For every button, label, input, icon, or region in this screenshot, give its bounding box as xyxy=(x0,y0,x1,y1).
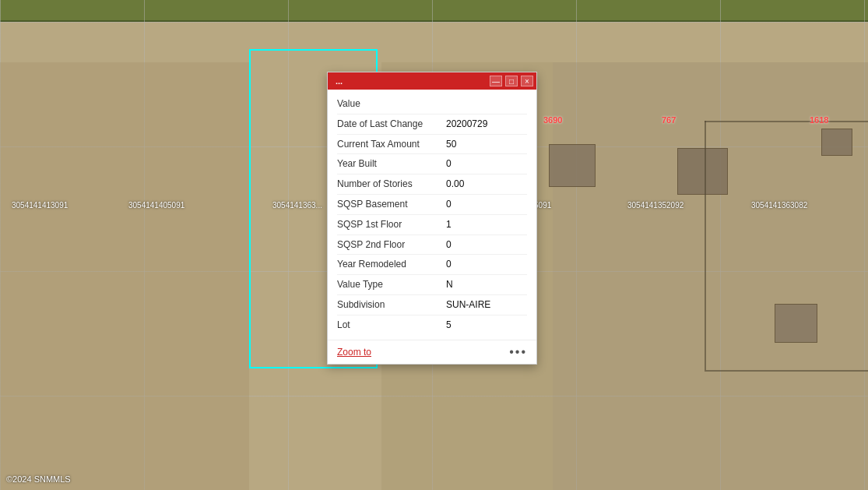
red-label-3690: 3690 xyxy=(543,115,562,125)
popup-value-num-stories: 0.00 xyxy=(446,178,527,191)
popup-row-current-tax-amount: Current Tax Amount 50 xyxy=(337,135,527,155)
popup-row-subdivision: Subdivision SUN-AIRE xyxy=(337,295,527,316)
building-1 xyxy=(549,144,596,187)
popup-row-num-stories: Number of Stories 0.00 xyxy=(337,174,527,195)
fence-2 xyxy=(705,121,868,122)
parcel-label-1: 3054141413091 xyxy=(12,201,68,210)
popup-content: Value Date of Last Change 20200729 Curre… xyxy=(328,90,536,340)
popup-label-year-built: Year Built xyxy=(337,157,446,171)
red-label-767: 767 xyxy=(662,115,676,125)
parcel-label-3: 3054141363... xyxy=(272,201,322,210)
popup-value-sqsp-2nd: 0 xyxy=(446,238,527,252)
popup-label-current-tax-amount: Current Tax Amount xyxy=(337,138,446,151)
zoom-to-link[interactable]: Zoom to xyxy=(337,347,371,358)
popup-titlebar: ... — □ × xyxy=(328,72,536,90)
minimize-button[interactable]: — xyxy=(490,76,502,86)
popup-label-num-stories: Number of Stories xyxy=(337,178,446,191)
popup-label-sqsp-2nd: SQSP 2nd Floor xyxy=(337,238,446,252)
popup-value-year-remodeled: 0 xyxy=(446,258,527,271)
parcel-label-6: 3054141363082 xyxy=(751,201,807,210)
parcel-label-5: 3054141352092 xyxy=(627,201,684,210)
popup-label-lot: Lot xyxy=(337,319,446,332)
building-2 xyxy=(677,148,728,195)
popup-window: ... — □ × Value Date of Last Change 2020… xyxy=(327,72,537,365)
popup-row-sqsp-1st: SQSP 1st Floor 1 xyxy=(337,215,527,235)
popup-value-subdivision: SUN-AIRE xyxy=(446,298,527,312)
building-3 xyxy=(775,304,817,343)
popup-value-value-type: N xyxy=(446,278,527,291)
terrain-patch-3 xyxy=(553,62,868,490)
popup-label-year-remodeled: Year Remodeled xyxy=(337,258,446,271)
fence-1 xyxy=(705,121,706,370)
popup-row-year-built: Year Built 0 xyxy=(337,154,527,174)
fence-3 xyxy=(705,370,868,372)
popup-row-value-type: Value Type N xyxy=(337,275,527,295)
popup-value-lot: 5 xyxy=(446,319,527,332)
popup-footer: Zoom to ••• xyxy=(328,340,536,364)
more-options-button[interactable]: ••• xyxy=(509,345,527,359)
popup-value-date-last-change: 20200729 xyxy=(446,118,527,131)
popup-row-value: Value xyxy=(337,94,527,115)
popup-label-subdivision: Subdivision xyxy=(337,298,446,312)
parcel-label-2: 3054141405091 xyxy=(128,201,184,210)
popup-value-current-tax-amount: 50 xyxy=(446,138,527,151)
popup-title: ... xyxy=(331,76,487,86)
maximize-button[interactable]: □ xyxy=(505,76,518,86)
popup-row-year-remodeled: Year Remodeled 0 xyxy=(337,255,527,275)
popup-row-sqsp-basement: SQSP Basement 0 xyxy=(337,195,527,215)
building-4 xyxy=(821,129,852,156)
red-label-1618: 1618 xyxy=(810,115,828,125)
popup-label-date-last-change: Date of Last Change xyxy=(337,118,446,131)
close-button[interactable]: × xyxy=(521,76,533,86)
popup-value-sqsp-basement: 0 xyxy=(446,198,527,211)
popup-label-sqsp-1st: SQSP 1st Floor xyxy=(337,218,446,231)
popup-row-lot: Lot 5 xyxy=(337,316,527,335)
popup-row-sqsp-2nd: SQSP 2nd Floor 0 xyxy=(337,235,527,256)
popup-label-value: Value xyxy=(337,97,446,111)
popup-value-year-built: 0 xyxy=(446,157,527,171)
popup-value-sqsp-1st: 1 xyxy=(446,218,527,231)
terrain-patch-1 xyxy=(0,62,249,490)
copyright-text: ©2024 SNMMLS xyxy=(6,474,71,484)
popup-row-date-last-change: Date of Last Change 20200729 xyxy=(337,115,527,135)
popup-label-value-type: Value Type xyxy=(337,278,446,291)
popup-label-sqsp-basement: SQSP Basement xyxy=(337,198,446,211)
